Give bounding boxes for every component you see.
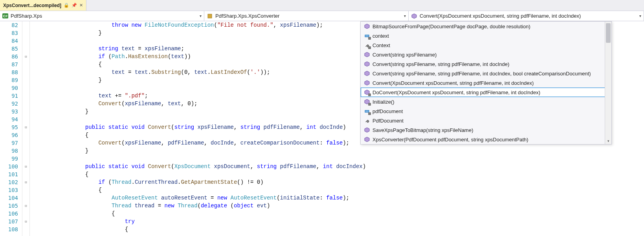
svg-rect-10 — [365, 110, 369, 112]
member-list-item[interactable]: Convert(XpsDocument xpsDocument, string … — [361, 78, 611, 88]
code-line[interactable]: { — [46, 210, 644, 218]
line-number: 104 — [0, 194, 18, 202]
svg-marker-5 — [365, 62, 369, 66]
csharp-file-icon: C# — [2, 13, 8, 18]
svg-marker-7 — [365, 80, 369, 85]
member-list-item-label: PdfDocument — [372, 118, 404, 124]
class-dropdown[interactable]: PdfSharp.Xps.XpsConverter ▾ — [204, 11, 409, 21]
popup-scrollbar[interactable]: ▴ ▾ — [605, 22, 611, 144]
fold-marker — [22, 139, 29, 147]
lock-icon: 🔒 — [64, 3, 69, 8]
fold-marker[interactable]: ⊟ — [22, 163, 29, 170]
line-number: 91 — [0, 92, 18, 100]
member-list-item-label: DoConvert(XpsDocument xpsDocument, strin… — [372, 90, 540, 95]
line-number: 101 — [0, 170, 18, 178]
line-number: 95 — [0, 123, 18, 131]
chevron-down-icon: ▾ — [200, 14, 202, 18]
member-list-item[interactable]: DoConvert(XpsDocument xpsDocument, strin… — [361, 88, 611, 97]
svg-marker-11 — [365, 128, 369, 132]
namespace-dropdown[interactable]: C# PdfSharp.Xps ▾ — [0, 11, 204, 21]
member-list-item-label: Convert(string xpsFilename, string pdfFi… — [372, 61, 509, 67]
code-line[interactable]: { — [46, 225, 644, 233]
code-line[interactable]: AutoResetEvent autoResetEvent = new Auto… — [46, 194, 644, 202]
document-tab-strip: XpsConvert...decompiled] 🔒 📌 ✕ — [0, 0, 644, 11]
line-number: 84 — [0, 37, 18, 45]
member-label: Convert(XpsDocument xpsDocument, string … — [420, 13, 637, 19]
line-number: 89 — [0, 76, 18, 84]
scroll-thumb[interactable] — [606, 23, 611, 43]
method-icon — [364, 23, 370, 29]
member-list-item-label: SaveXpsPageToBitmap(string xpsFileName) — [372, 127, 473, 133]
close-icon[interactable]: ✕ — [79, 3, 83, 8]
member-list-item[interactable]: BitmapSourceFromPage(DocumentPage docPag… — [361, 22, 611, 31]
member-list-item[interactable]: pdfDocument — [361, 106, 611, 116]
member-list-item-label: BitmapSourceFromPage(DocumentPage docPag… — [372, 24, 530, 29]
member-list-item-label: XpsConverter(PdfDocument pdfDocument, st… — [372, 137, 528, 143]
line-number: 103 — [0, 186, 18, 194]
fold-marker — [22, 115, 29, 123]
line-number: 90 — [0, 84, 18, 92]
member-list-item[interactable]: PdfDocument — [361, 116, 611, 125]
member-list-item[interactable]: SaveXpsPageToBitmap(string xpsFileName) — [361, 125, 611, 135]
svg-rect-0 — [208, 14, 212, 18]
fold-marker[interactable]: ⊟ — [22, 202, 29, 210]
fold-marker[interactable]: ⊟ — [22, 123, 29, 131]
member-list-item[interactable]: context — [361, 31, 611, 40]
method-icon — [364, 99, 370, 105]
method-icon — [364, 61, 370, 67]
member-list-item[interactable]: Convert(string xpsFilename, string pdfFi… — [361, 59, 611, 69]
code-line[interactable]: if (Thread.CurrentThread.GetApartmentSta… — [46, 178, 644, 186]
document-tab[interactable]: XpsConvert...decompiled] 🔒 📌 ✕ — [0, 0, 86, 11]
fold-marker — [22, 155, 29, 163]
member-list-item[interactable]: Convert(string xpsFilename) — [361, 50, 611, 59]
class-label: PdfSharp.Xps.XpsConverter — [215, 13, 402, 19]
fold-marker — [22, 68, 29, 76]
code-line[interactable]: } — [46, 147, 644, 155]
member-list-item-label: Initialize() — [372, 99, 394, 105]
line-number: 99 — [0, 155, 18, 163]
line-number: 82 — [0, 21, 18, 29]
fold-marker — [22, 131, 29, 139]
fold-marker — [22, 147, 29, 155]
line-number: 93 — [0, 108, 18, 115]
member-list-item[interactable]: XpsConverter(PdfDocument pdfDocument, st… — [361, 135, 611, 144]
code-line[interactable]: public static void Convert(XpsDocument x… — [46, 163, 644, 170]
fold-marker[interactable]: ⊟ — [22, 178, 29, 186]
line-number: 97 — [0, 139, 18, 147]
fold-marker — [22, 60, 29, 68]
member-list-item-label: Convert(XpsDocument xpsDocument, string … — [372, 80, 534, 86]
fold-marker[interactable]: ⊟ — [22, 218, 29, 225]
namespace-label: PdfSharp.Xps — [11, 13, 197, 19]
property-icon — [364, 117, 370, 124]
member-list-item[interactable]: Convert(string xpsFilename, string pdfFi… — [361, 69, 611, 78]
member-list-item[interactable]: Context — [361, 40, 611, 50]
code-line[interactable]: Thread thread = new Thread(delegate (obj… — [46, 202, 644, 210]
code-line[interactable]: { — [46, 186, 644, 194]
member-list-item-label: Convert(string xpsFilename) — [372, 52, 437, 58]
fold-gutter[interactable]: ⊟⊟⊟⊟⊟⊟ — [22, 21, 30, 236]
scroll-down-button[interactable]: ▾ — [605, 138, 611, 144]
method-icon — [364, 136, 370, 143]
fold-marker — [22, 84, 29, 92]
svg-marker-6 — [365, 71, 369, 76]
svg-marker-9 — [365, 99, 369, 104]
fold-marker — [22, 210, 29, 218]
field-icon — [364, 33, 370, 39]
pin-icon[interactable]: 📌 — [72, 3, 77, 8]
code-line[interactable] — [46, 155, 644, 163]
code-line[interactable]: { — [46, 170, 644, 178]
member-list-popup[interactable]: ▴ ▾ BitmapSourceFromPage(DocumentPage do… — [360, 21, 612, 145]
method-icon — [364, 127, 370, 133]
member-list-item[interactable]: Initialize() — [361, 97, 611, 106]
svg-marker-2 — [365, 24, 369, 29]
line-number: 94 — [0, 115, 18, 123]
fold-marker[interactable]: ⊟ — [22, 53, 29, 60]
line-number: 85 — [0, 45, 18, 53]
fold-marker — [22, 37, 29, 45]
code-line[interactable]: try — [46, 218, 644, 225]
class-icon — [207, 13, 213, 19]
method-icon — [364, 70, 370, 77]
svg-marker-12 — [365, 137, 369, 142]
line-number: 106 — [0, 210, 18, 218]
member-dropdown[interactable]: Convert(XpsDocument xpsDocument, string … — [409, 11, 644, 21]
